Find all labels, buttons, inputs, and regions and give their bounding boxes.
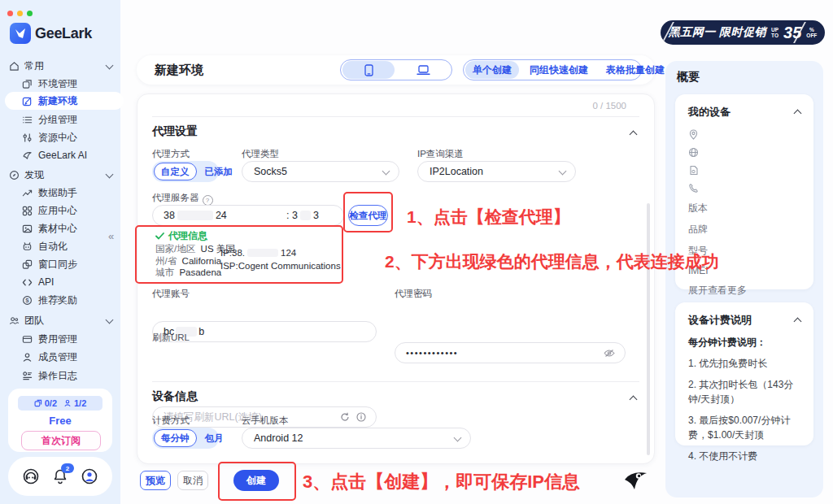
proxy-password-input[interactable]: ••••••••••••	[395, 342, 626, 363]
billing-monthly[interactable]: 包月	[198, 429, 230, 447]
brand-name: GeeLark	[35, 25, 92, 42]
account-button[interactable]	[80, 467, 99, 486]
device-field-brand: 品牌	[688, 223, 800, 237]
proxy-info-right-column: IP:38.124 ISP:Cogent Communications	[220, 246, 341, 272]
proxy-method-added[interactable]: 已添加	[198, 163, 240, 180]
proxy-method-custom[interactable]: 自定义	[154, 163, 197, 180]
preview-button[interactable]: 预览	[140, 471, 171, 490]
summary-panel: 概要 我的设备 版本 品牌 型号 IMEI 展开查看更多 设备计费说明 每分钟计…	[665, 61, 823, 497]
billing-rule-3: 3. 最后按$0.007/分钟计费，$1.00/天封顶	[688, 413, 800, 442]
proxy-section-title: 代理设置	[152, 124, 198, 139]
redacted-blur	[177, 211, 213, 220]
sidebar-collapse-button[interactable]: «	[108, 230, 114, 242]
desktop-mode-button[interactable]	[398, 61, 448, 79]
billing-info-card: 设备计费说明 每分钟计费说明： 1. 优先扣免费时长 2. 其次扣时长包（143…	[675, 302, 813, 445]
trend-icon	[21, 187, 33, 198]
collapse-proxy-section-icon[interactable]	[630, 131, 638, 139]
device-type-toggle	[340, 59, 452, 80]
proxy-type-label: 代理类型	[242, 148, 279, 160]
location-icon	[688, 129, 800, 140]
tab-batch-create[interactable]: 表格批量创建	[599, 61, 672, 79]
sidebar-item-geelark-ai[interactable]: GeeLark AI	[21, 147, 112, 163]
zoom-window-button[interactable]	[27, 11, 33, 16]
svg-text:S: S	[25, 297, 29, 302]
check-proxy-button[interactable]: 检查代理	[348, 205, 388, 226]
minimize-window-button[interactable]	[17, 11, 23, 16]
promo-discount: 35	[783, 24, 801, 42]
refresh-icon[interactable]	[340, 412, 350, 422]
tab-single-create[interactable]: 单个创建	[465, 61, 519, 79]
phone-handset-icon	[688, 183, 800, 193]
new-env-form-card: 0 / 1500 代理设置 代理方式 代理类型 IP查询渠道 自定义 已添加 S…	[137, 93, 655, 464]
window-controls[interactable]	[7, 5, 37, 20]
sidebar-item-resource-center[interactable]: 资源中心	[21, 129, 112, 146]
scrollbar[interactable]	[647, 203, 650, 455]
collapse-my-device-icon[interactable]	[794, 110, 802, 118]
member-quota-icon	[63, 399, 72, 407]
person-icon	[21, 351, 33, 363]
eye-off-icon[interactable]	[604, 349, 615, 358]
info-icon[interactable]	[356, 412, 366, 422]
proxy-info-status: 代理信息	[155, 229, 207, 243]
phone-mode-button[interactable]	[342, 61, 395, 79]
chevron-down-icon	[454, 433, 462, 441]
create-button[interactable]: 创建	[233, 470, 279, 491]
sidebar: GeeLark 常用 环境管理 新建环境 分组管理 资源中心 GeeLark A…	[0, 0, 120, 504]
support-button[interactable]	[21, 467, 41, 486]
notifications-button[interactable]: 2	[50, 467, 70, 486]
check-icon	[155, 232, 164, 240]
promo-up-to: UPTO	[771, 27, 778, 38]
sidebar-item-member-manage[interactable]: 成员管理	[21, 349, 112, 365]
usage-quota-badge[interactable]: 0/2 1/2	[18, 396, 102, 411]
promo-text: 黑五网一 限时促销	[669, 25, 766, 40]
image-icon	[21, 223, 33, 234]
collapse-device-section-icon[interactable]	[630, 396, 638, 404]
sidebar-item-data-assistant[interactable]: 数据助手	[21, 185, 112, 201]
expand-more-link[interactable]: 展开查看更多	[688, 284, 800, 298]
proxy-server-label: 代理服务器?	[152, 192, 213, 206]
sidebar-item-referral-rewards[interactable]: S 推荐奖励	[21, 292, 112, 308]
collapse-billing-info-icon[interactable]	[794, 318, 802, 326]
promo-banner[interactable]: 黑五网一 限时促销 UPTO 35 %OFF	[661, 20, 825, 45]
sidebar-item-billing-manage[interactable]: 费用管理	[21, 331, 112, 347]
promo-off: %OFF	[806, 27, 817, 38]
proxy-server-input[interactable]: 38 24 : 3 3	[152, 205, 344, 226]
sidebar-item-window-sync[interactable]: 窗口同步	[21, 256, 112, 272]
sidebar-item-app-center[interactable]: 应用中心	[21, 202, 112, 219]
billing-rule-2: 2. 其次扣时长包（143分钟/天封顶）	[688, 377, 800, 406]
sidebar-item-operation-log[interactable]: 操作日志	[21, 367, 112, 384]
page-header: 新建环境 单个创建 同组快速创建 表格批量创建	[137, 55, 655, 85]
device-section-title: 设备信息	[152, 389, 198, 404]
sidebar-section-team[interactable]: 团队	[8, 313, 112, 328]
profile-icon	[81, 467, 98, 485]
plan-name: Free	[8, 415, 112, 427]
robot-icon	[21, 241, 33, 252]
phone-version-select[interactable]: Android 12	[242, 428, 471, 449]
sliders-icon	[21, 132, 33, 143]
tab-group-quick-create[interactable]: 同组快速创建	[522, 61, 595, 79]
first-subscribe-button[interactable]: 首次订阅	[21, 431, 101, 450]
sidebar-item-group-manage[interactable]: 分组管理	[21, 111, 112, 128]
proxy-type-select[interactable]: Socks5	[242, 161, 399, 182]
ip-channel-select[interactable]: IP2Location	[417, 161, 576, 182]
chevron-down-icon	[559, 167, 567, 175]
redacted-blur	[247, 249, 278, 257]
ai-hand-icon	[21, 150, 33, 161]
billing-per-minute[interactable]: 每分钟	[154, 429, 197, 447]
sidebar-section-discover[interactable]: 发现	[8, 167, 112, 182]
sidebar-item-new-env[interactable]: 新建环境	[5, 92, 124, 110]
sim-card-icon	[688, 165, 800, 176]
card-icon	[21, 333, 33, 345]
env-quota-icon	[34, 399, 42, 407]
sidebar-item-api[interactable]: API	[21, 274, 112, 290]
cancel-button[interactable]: 取消	[177, 471, 208, 490]
divider	[152, 381, 639, 382]
sidebar-item-env-manage[interactable]: 环境管理	[21, 76, 112, 92]
sidebar-item-material-center[interactable]: 素材中心	[21, 220, 112, 237]
sidebar-item-automation[interactable]: 自动化	[21, 238, 112, 254]
code-icon	[21, 276, 33, 288]
sidebar-section-common[interactable]: 常用	[8, 59, 112, 73]
close-window-button[interactable]	[7, 11, 13, 16]
divider	[152, 116, 639, 117]
sync-windows-icon	[21, 259, 33, 270]
